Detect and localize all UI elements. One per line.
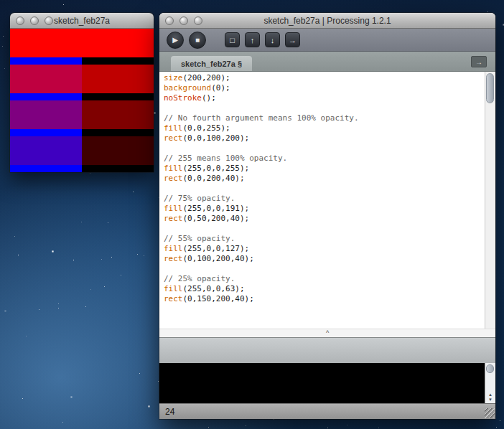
down-arrow-icon: ↓ (271, 36, 275, 44)
code-token: size (164, 73, 183, 82)
code-token: // 255 means 100% opacity. (164, 154, 287, 163)
sketch-canvas-row (10, 129, 154, 136)
scroll-up-icon[interactable]: ▲ (488, 392, 493, 397)
code-line[interactable]: fill(255,0,0,255); (164, 164, 483, 174)
console-scrollbar-thumb[interactable] (486, 364, 494, 373)
code-token: rect (164, 133, 183, 143)
sketch-canvas-right-cell (82, 93, 154, 100)
line-number: 24 (165, 407, 174, 417)
code-line[interactable]: // 55% opacity. (164, 234, 483, 244)
open-button[interactable]: ↑ (245, 32, 260, 47)
code-line[interactable]: rect(0,0,200,40); (164, 174, 483, 184)
code-line[interactable] (164, 184, 483, 194)
code-token: (); (202, 93, 216, 103)
save-button[interactable]: ↓ (265, 32, 280, 47)
code-token: noStroke (164, 93, 202, 103)
code-token: // 75% opacity. (164, 194, 235, 203)
code-line[interactable]: rect(0,150,200,40); (164, 294, 483, 304)
caret-icon: ^ (326, 329, 329, 336)
toolbar: ▶ ■ □ ↑ ↓ → (159, 29, 495, 52)
editor-console-divider[interactable]: ^ (159, 329, 495, 337)
code-line[interactable]: fill(0,0,255); (164, 123, 483, 133)
sketch-canvas (10, 29, 154, 172)
code-text: size(200,200);background(0);noStroke(); … (164, 73, 483, 304)
code-line[interactable]: // No fourth argument means 100% opacity… (164, 113, 483, 123)
tab-menu-button[interactable]: → (471, 56, 487, 67)
zoom-button[interactable] (194, 16, 202, 25)
sketch-canvas-left-cell (10, 65, 82, 93)
sketch-canvas-right-cell (82, 136, 154, 165)
desktop: sketch_feb27a sketch_feb27a | Processing… (0, 0, 504, 429)
sketch-canvas-left-cell (10, 165, 82, 172)
code-line[interactable]: // 75% opacity. (164, 194, 483, 204)
code-line[interactable] (164, 264, 483, 274)
code-token: rect (164, 254, 183, 263)
up-arrow-icon: ↑ (251, 36, 255, 44)
code-line[interactable]: // 25% opacity. (164, 274, 483, 284)
code-line[interactable]: size(200,200); (164, 73, 483, 83)
console-area: ▲ ▼ (159, 363, 495, 403)
sketch-canvas-row (10, 65, 154, 93)
export-button[interactable]: → (285, 32, 300, 47)
sketch-output-window: sketch_feb27a (10, 13, 154, 172)
sketch-canvas-right-cell (82, 129, 154, 136)
ide-window-title: sketch_feb27a | Processing 1.2.1 (159, 16, 495, 26)
code-line[interactable]: fill(255,0,0,63); (164, 284, 483, 294)
sketch-canvas-right-cell (82, 100, 154, 129)
sketch-canvas-row (10, 93, 154, 100)
code-line[interactable]: fill(255,0,0,191); (164, 204, 483, 214)
code-token: rect (164, 294, 183, 303)
code-line[interactable]: rect(0,50,200,40); (164, 214, 483, 224)
status-bar: 24 (159, 403, 495, 419)
code-line[interactable]: fill(255,0,0,127); (164, 244, 483, 254)
zoom-button[interactable] (45, 16, 53, 25)
sketch-canvas-left-cell (10, 93, 82, 100)
code-token: (255,0,0,191); (183, 204, 250, 213)
code-line[interactable] (164, 143, 483, 154)
console-scrollbar[interactable]: ▲ ▼ (485, 363, 495, 403)
tab-sketch-feb27a[interactable]: sketch_feb27a § (171, 56, 252, 71)
code-token: (255,0,0,255); (183, 164, 250, 173)
code-line[interactable]: background(0); (164, 83, 483, 93)
sketch-window-titlebar[interactable]: sketch_feb27a (10, 13, 154, 29)
sketch-canvas-left-cell (10, 136, 82, 165)
code-line[interactable]: rect(0,0,100,200); (164, 133, 483, 143)
sketch-canvas-row (10, 100, 154, 129)
editor-scrollbar[interactable] (485, 72, 495, 329)
sketch-canvas-row (10, 165, 154, 172)
code-token: (255,0,0,63); (183, 284, 245, 293)
code-token: (0); (211, 83, 230, 93)
close-button[interactable] (16, 16, 24, 25)
close-button[interactable] (165, 16, 174, 25)
code-line[interactable]: noStroke(); (164, 93, 483, 103)
ide-window-titlebar[interactable]: sketch_feb27a | Processing 1.2.1 (159, 13, 495, 29)
sketch-canvas-left-cell (10, 29, 82, 57)
tab-bar: sketch_feb27a § → (159, 52, 495, 72)
stop-button[interactable]: ■ (189, 32, 206, 49)
window-controls (159, 13, 202, 28)
code-token: (0,0,255); (183, 123, 230, 133)
minimize-button[interactable] (179, 16, 188, 25)
sketch-canvas-row (10, 57, 154, 65)
code-line[interactable]: // 255 means 100% opacity. (164, 154, 483, 164)
code-token: background (164, 83, 211, 93)
run-button[interactable]: ▶ (167, 32, 184, 49)
editor-scrollbar-thumb[interactable] (486, 73, 494, 103)
code-line[interactable] (164, 224, 483, 234)
scroll-down-icon[interactable]: ▼ (488, 397, 493, 402)
sketch-canvas-right-cell (82, 65, 154, 93)
code-token: // No fourth argument means 100% opacity… (164, 113, 359, 123)
message-area (159, 337, 495, 363)
sketch-canvas-left-cell (10, 100, 82, 129)
code-line[interactable]: rect(0,100,200,40); (164, 254, 483, 264)
code-token: fill (164, 284, 183, 293)
code-token: (200,200); (183, 73, 230, 82)
code-editor[interactable]: size(200,200);background(0);noStroke(); … (159, 72, 495, 329)
resize-grip[interactable] (485, 408, 495, 418)
minimize-button[interactable] (30, 16, 39, 25)
code-token: (255,0,0,127); (183, 244, 250, 253)
code-line[interactable] (164, 103, 483, 113)
sketch-canvas-left-cell (10, 57, 82, 65)
export-arrow-icon: → (289, 36, 297, 44)
new-sketch-button[interactable]: □ (225, 32, 240, 47)
